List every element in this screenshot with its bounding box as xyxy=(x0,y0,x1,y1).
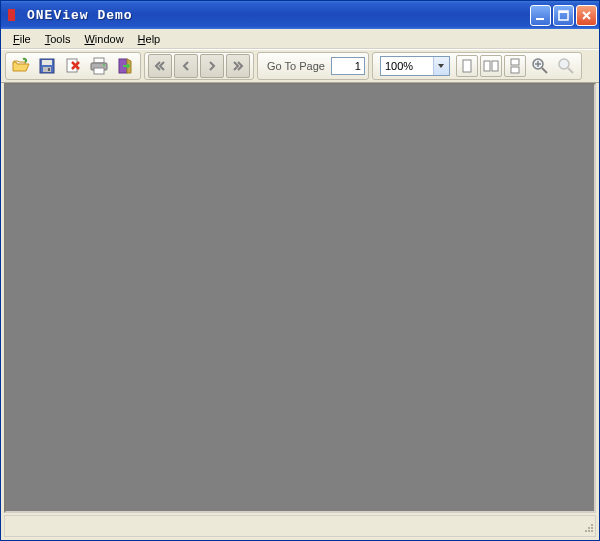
floppy-disk-icon xyxy=(38,57,56,75)
menu-help[interactable]: Help xyxy=(132,32,167,46)
goto-toolbar-group: Go To Page xyxy=(257,52,369,80)
svg-rect-17 xyxy=(492,61,498,71)
zoom-toolbar-group: 100% xyxy=(372,52,582,80)
close-document-icon xyxy=(64,57,82,75)
close-button[interactable] xyxy=(576,5,597,26)
nav-first-icon xyxy=(153,59,167,73)
nav-toolbar-group xyxy=(144,52,254,80)
zoom-out-button[interactable] xyxy=(554,54,578,78)
nav-last-icon xyxy=(231,59,245,73)
nav-last-button[interactable] xyxy=(226,54,250,78)
zoom-value: 100% xyxy=(381,60,433,72)
zoom-out-icon xyxy=(557,57,575,75)
nav-next-icon xyxy=(205,59,219,73)
exit-button[interactable] xyxy=(113,54,137,78)
dropdown-arrow-icon xyxy=(433,57,449,75)
svg-rect-19 xyxy=(511,67,519,73)
svg-rect-15 xyxy=(463,60,471,72)
app-icon xyxy=(7,7,23,23)
svg-point-26 xyxy=(588,527,590,529)
page-continuous-button[interactable] xyxy=(504,55,526,77)
zoom-in-button[interactable] xyxy=(528,54,552,78)
menu-tools[interactable]: Tools xyxy=(39,32,77,46)
print-button[interactable] xyxy=(87,54,111,78)
svg-rect-2 xyxy=(536,18,544,20)
svg-point-27 xyxy=(591,524,593,526)
svg-rect-12 xyxy=(94,68,104,74)
goto-page-input[interactable] xyxy=(331,57,365,75)
nav-prev-icon xyxy=(179,59,193,73)
window-title: ONEView Demo xyxy=(27,8,530,23)
svg-rect-6 xyxy=(42,60,52,65)
nav-first-button[interactable] xyxy=(148,54,172,78)
open-button[interactable] xyxy=(9,54,33,78)
svg-rect-4 xyxy=(559,11,568,13)
goto-page-label: Go To Page xyxy=(261,60,329,72)
statusbar xyxy=(4,515,596,537)
document-viewport[interactable] xyxy=(4,83,596,513)
nav-prev-button[interactable] xyxy=(174,54,198,78)
page-facing-icon xyxy=(483,58,499,74)
svg-point-22 xyxy=(591,530,593,532)
menubar: File Tools Window Help xyxy=(1,29,599,49)
svg-rect-16 xyxy=(484,61,490,71)
svg-rect-18 xyxy=(511,59,519,65)
svg-rect-10 xyxy=(94,58,104,63)
close-doc-button[interactable] xyxy=(61,54,85,78)
svg-rect-8 xyxy=(48,68,50,71)
zoom-select[interactable]: 100% xyxy=(380,56,450,76)
maximize-button[interactable] xyxy=(553,5,574,26)
minimize-button[interactable] xyxy=(530,5,551,26)
svg-point-24 xyxy=(585,530,587,532)
page-continuous-icon xyxy=(508,58,522,74)
application-window: ONEView Demo File Tools Window Help xyxy=(0,0,600,541)
titlebar[interactable]: ONEView Demo xyxy=(1,1,599,29)
svg-point-25 xyxy=(591,527,593,529)
svg-point-13 xyxy=(103,64,105,66)
svg-point-23 xyxy=(588,530,590,532)
save-button[interactable] xyxy=(35,54,59,78)
file-toolbar-group xyxy=(5,52,141,80)
zoom-in-icon xyxy=(531,57,549,75)
page-single-button[interactable] xyxy=(456,55,478,77)
exit-door-icon xyxy=(116,57,134,75)
svg-point-21 xyxy=(559,59,569,69)
resize-grip-icon[interactable] xyxy=(579,518,595,534)
menu-file[interactable]: File xyxy=(7,32,37,46)
page-single-icon xyxy=(460,58,474,74)
menu-window[interactable]: Window xyxy=(78,32,129,46)
printer-icon xyxy=(89,56,109,76)
svg-rect-1 xyxy=(15,9,22,21)
page-facing-button[interactable] xyxy=(480,55,502,77)
nav-next-button[interactable] xyxy=(200,54,224,78)
toolbar: Go To Page 100% xyxy=(1,49,599,83)
open-folder-icon xyxy=(11,56,31,76)
svg-rect-0 xyxy=(8,9,15,21)
